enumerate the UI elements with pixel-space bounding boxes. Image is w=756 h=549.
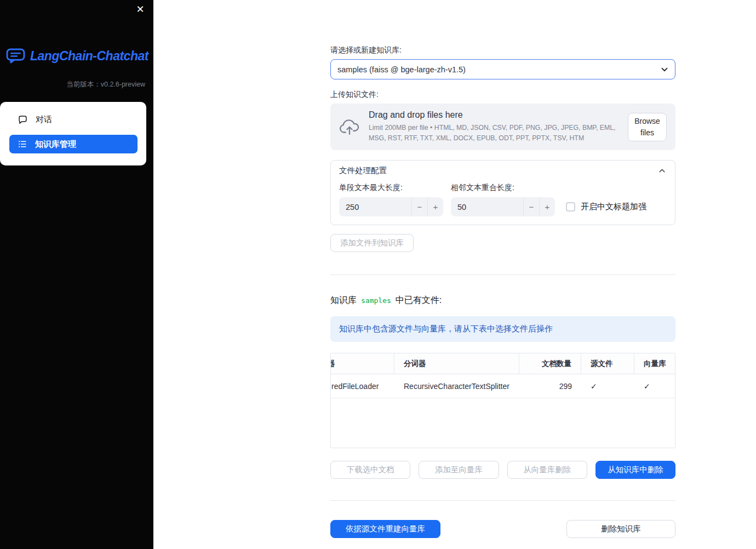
plus-stepper-button[interactable]: + — [427, 197, 443, 216]
kb-select-label: 请选择或新建知识库: — [330, 45, 675, 55]
main-area: 请选择或新建知识库: samples (faiss @ bge-large-zh… — [153, 0, 756, 549]
cell-doc-count: 299 — [519, 374, 581, 398]
rebuild-vector-store-button[interactable]: 依据源文件重建向量库 — [330, 520, 440, 538]
column-header-splitter[interactable]: 分词器 — [394, 353, 519, 374]
minus-stepper-button[interactable]: − — [523, 197, 539, 216]
chunk-size-input[interactable]: 250 − + — [339, 197, 443, 216]
sidebar: ✕ LangChain-Chatchat 当前版本：v0.2.6-preview… — [0, 0, 153, 549]
overlap-size-label: 相邻文本重合长度: — [451, 183, 555, 193]
kb-files-table: 器 分词器 文档数量 源文件 向量库 redFileLoader Recursi… — [330, 353, 675, 448]
chat-bubble-logo-icon — [6, 48, 25, 64]
dropzone-title: Drag and drop files here — [369, 110, 619, 120]
zh-title-enhance-checkbox[interactable]: 开启中文标题加强 — [566, 197, 646, 216]
divider — [330, 500, 675, 501]
kb-level-buttons: 依据源文件重建向量库 删除知识库 — [330, 520, 675, 538]
column-header-doc-count[interactable]: 文档数量 — [519, 353, 581, 374]
chevron-down-icon — [660, 65, 669, 75]
column-header-vector-store[interactable]: 向量库 — [634, 353, 675, 374]
add-files-to-kb-button[interactable]: 添加文件到知识库 — [330, 234, 414, 252]
sidebar-item-knowledge-base[interactable]: 知识库管理 — [9, 135, 138, 153]
cell-vector-store-check: ✓ — [634, 374, 675, 398]
chevron-up-icon — [657, 166, 667, 175]
add-to-vector-store-button[interactable]: 添加至向量库 — [419, 461, 499, 479]
app-title: LangChain-Chatchat — [30, 49, 148, 64]
column-header-source-file[interactable]: 源文件 — [581, 353, 634, 374]
kb-files-heading: 知识库 samples 中已有文件: — [330, 295, 675, 306]
kb-files-prefix: 知识库 — [330, 295, 357, 306]
sidebar-menu: 对话 知识库管理 — [0, 102, 146, 165]
sidebar-item-dialogue[interactable]: 对话 — [0, 108, 146, 130]
file-config-expander: 文件处理配置 单段文本最大长度: 250 − + 相邻文 — [330, 160, 675, 225]
kb-select[interactable]: samples (faiss @ bge-large-zh-v1.5) — [330, 59, 675, 79]
overlap-size-value: 50 — [451, 197, 523, 216]
cell-loader: redFileLoader — [331, 374, 394, 398]
delete-kb-button[interactable]: 删除知识库 — [566, 520, 675, 538]
list-icon — [18, 140, 27, 148]
dropzone-text: Drag and drop files here Limit 200MB per… — [369, 110, 619, 144]
chat-icon — [18, 115, 27, 124]
checkbox-icon — [566, 202, 575, 211]
table-row[interactable]: redFileLoader RecursiveCharacterTextSpli… — [331, 374, 675, 398]
info-message-text: 知识库中包含源文件与向量库，请从下表中选择文件后操作 — [339, 324, 553, 334]
cell-splitter: RecursiveCharacterTextSplitter — [394, 374, 519, 398]
kb-select-value: samples (faiss @ bge-large-zh-v1.5) — [337, 65, 466, 74]
cell-source-file-check: ✓ — [581, 374, 634, 398]
divider — [330, 274, 675, 275]
kb-name-code: samples — [361, 296, 391, 305]
delete-from-kb-button[interactable]: 从知识库中删除 — [595, 461, 675, 479]
download-selected-button[interactable]: 下载选中文档 — [330, 461, 410, 479]
sidebar-item-label: 知识库管理 — [35, 139, 76, 150]
close-icon[interactable]: ✕ — [134, 3, 147, 16]
expander-header[interactable]: 文件处理配置 — [339, 161, 667, 181]
delete-from-vector-store-button[interactable]: 从向量库删除 — [507, 461, 587, 479]
column-header-loader[interactable]: 器 — [331, 353, 394, 374]
file-action-buttons: 下载选中文档 添加至向量库 从向量库删除 从知识库中删除 — [330, 461, 675, 479]
app-logo: LangChain-Chatchat — [0, 48, 153, 64]
overlap-size-input[interactable]: 50 − + — [451, 197, 555, 216]
info-message: 知识库中包含源文件与向量库，请从下表中选择文件后操作 — [330, 316, 675, 342]
chunk-size-value: 250 — [339, 197, 411, 216]
table-header-row: 器 分词器 文档数量 源文件 向量库 — [331, 353, 675, 374]
expander-title: 文件处理配置 — [339, 165, 387, 176]
checkbox-label: 开启中文标题加强 — [581, 202, 646, 212]
dropzone-limits: Limit 200MB per file • HTML, MD, JSON, C… — [369, 123, 619, 144]
chunk-size-label: 单段文本最大长度: — [339, 183, 443, 193]
kb-files-suffix: 中已有文件: — [396, 295, 442, 306]
plus-stepper-button[interactable]: + — [539, 197, 555, 216]
upload-label: 上传知识文件: — [330, 90, 675, 100]
version-label: 当前版本：v0.2.6-preview — [0, 80, 153, 89]
minus-stepper-button[interactable]: − — [411, 197, 427, 216]
browse-files-button[interactable]: Browse files — [628, 113, 667, 141]
sidebar-item-label: 对话 — [36, 115, 52, 125]
file-dropzone[interactable]: Drag and drop files here Limit 200MB per… — [330, 104, 675, 150]
cloud-upload-icon — [339, 119, 360, 135]
